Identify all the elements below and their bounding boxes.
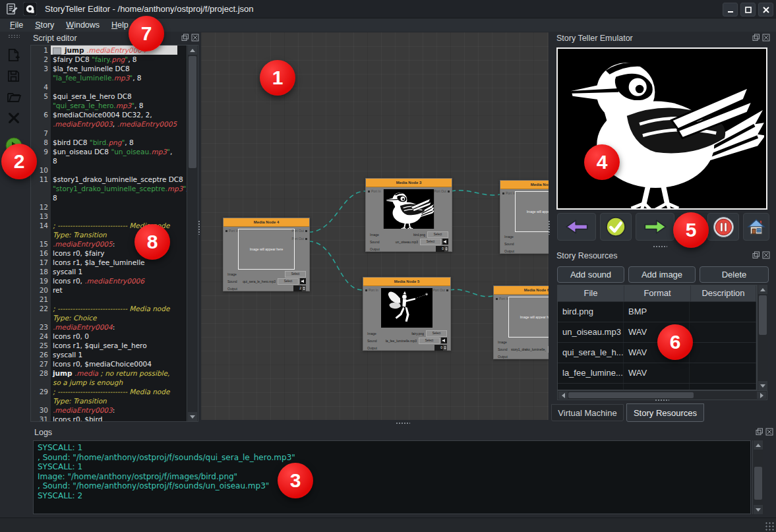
open-folder-button[interactable] (3, 87, 24, 107)
splitter-resources-tabs[interactable] (655, 399, 669, 401)
code-line[interactable]: 30.mediaEntry0003: (31, 405, 177, 415)
code-line[interactable]: 12 (31, 202, 177, 212)
close-button[interactable] (758, 3, 773, 16)
resources-scrollbar[interactable] (757, 285, 768, 390)
add-sound-button[interactable]: Add sound (557, 266, 624, 283)
node-image-select-button[interactable]: Select (427, 231, 448, 238)
node-image-select-button[interactable]: Select (426, 330, 447, 337)
story-graph-canvas[interactable]: Media Node 4Port InPort OutPort OutImage… (201, 32, 549, 420)
float-panel-icon[interactable] (181, 34, 189, 42)
code-line[interactable]: 5$qui_sera_le_hero DC8 "qui_sera_le_hero… (31, 92, 177, 110)
close-panel-icon[interactable] (762, 34, 770, 42)
close-panel-icon[interactable] (191, 34, 199, 42)
port-in[interactable]: Port In (368, 189, 381, 193)
code-line[interactable]: 22; ---------------------------- Media n… (31, 304, 177, 322)
node-title[interactable]: Media Node 2 (500, 181, 549, 189)
script-editor[interactable]: 1jump .mediaEntry00042$fairy DC8 "fairy.… (30, 45, 198, 422)
code-line[interactable]: 7 (31, 129, 177, 138)
close-panel-icon[interactable] (765, 428, 773, 436)
delete-resource-button[interactable]: Delete (700, 266, 769, 283)
code-line[interactable]: 18syscall 1 (31, 267, 177, 276)
column-description[interactable]: Description (691, 285, 756, 301)
close-project-button[interactable] (3, 108, 24, 128)
logs-output[interactable]: SYSCALL: 1, Sound: "/home/anthony/ostpro… (33, 440, 751, 514)
home-button[interactable] (743, 213, 769, 241)
node-title[interactable]: Media Node 5 (363, 278, 450, 286)
speaker-icon[interactable] (441, 338, 447, 343)
tab-story-resources[interactable]: Story Resources (626, 403, 704, 422)
node-output-spinner[interactable]: 0 (436, 246, 448, 252)
code-line[interactable]: 6$mediaChoice0004 DC32, 2, .mediaEntry00… (31, 110, 177, 129)
code-line[interactable]: 13 (31, 212, 177, 221)
code-line[interactable]: 4 (31, 82, 177, 92)
toolbar-drag-handle[interactable] (8, 34, 20, 38)
code-line[interactable]: 28jump .media ; no return possible, so a… (31, 369, 177, 387)
add-image-button[interactable]: Add image (628, 266, 696, 283)
node-sound-select-button[interactable]: Select (548, 346, 549, 353)
splitter-emulator-resources[interactable] (653, 245, 667, 248)
editor-scrollbar[interactable] (187, 45, 198, 421)
splitter-canvas-right[interactable] (548, 220, 551, 235)
code-line[interactable]: 27lcons r0, $mediaChoice0004 (31, 359, 177, 369)
port-in[interactable]: Port In (502, 191, 516, 195)
nav-forward-button[interactable] (636, 213, 674, 241)
scroll-down-icon[interactable] (188, 412, 197, 421)
code-line[interactable]: 19lcons r0, .mediaEntry0006 (31, 276, 177, 285)
resources-table[interactable]: File Format Description bird.pngBMPun_oi… (557, 285, 757, 390)
port-in[interactable]: Port In (496, 297, 509, 301)
table-row[interactable]: bird.pngBMP (558, 302, 756, 322)
code-line[interactable]: 31lcons r0, $bird (31, 415, 177, 422)
table-row[interactable]: la_fee_lumine...WAV (558, 363, 756, 384)
port-in[interactable]: Port In (365, 288, 378, 292)
node-sound-select-button[interactable]: Select (278, 278, 299, 285)
node-title[interactable]: Media Node 3 (366, 179, 452, 187)
code-line[interactable]: 10 (31, 165, 177, 175)
resize-grip[interactable] (765, 521, 774, 531)
code-line[interactable]: 11$story1_drako_luminelle_sceptre DC8 "s… (31, 175, 177, 202)
node-title[interactable]: Media Node 6 (494, 286, 549, 295)
minimize-button[interactable] (723, 3, 738, 16)
new-file-button[interactable] (3, 45, 24, 65)
table-row[interactable]: qui_sera_le_h...WAV (558, 343, 756, 363)
node-sound-select-button[interactable]: Select (419, 338, 440, 344)
media-node[interactable]: Media Node 2Port InPort OutImage will ap… (500, 180, 549, 254)
float-panel-icon[interactable] (756, 428, 763, 436)
column-file[interactable]: File (558, 285, 624, 301)
code-line[interactable]: 21 (31, 295, 177, 304)
node-sound-select-button[interactable]: Select (420, 239, 441, 245)
logs-scrollbar[interactable] (752, 440, 763, 514)
speaker-icon[interactable] (300, 278, 306, 284)
pause-button[interactable] (707, 213, 739, 241)
splitter-canvas-logs[interactable] (396, 422, 410, 425)
save-button[interactable] (3, 66, 24, 86)
node-output-spinner[interactable]: 0 (434, 345, 447, 351)
code-line[interactable]: 29; ---------------------------- Media n… (31, 387, 177, 405)
code-line[interactable]: 8$bird DC8 "bird.png", 8 (31, 138, 177, 147)
code-line[interactable]: 20ret (31, 285, 177, 295)
node-image-select-button[interactable]: Select (285, 271, 306, 278)
close-panel-icon[interactable] (762, 251, 770, 259)
float-panel-icon[interactable] (752, 251, 760, 259)
code-line[interactable]: 2$fairy DC8 "fairy.png", 8 (31, 55, 177, 64)
menu-windows[interactable]: Windows (60, 19, 105, 31)
media-node[interactable]: Media Node 3Port InPort OutImagebird.png… (365, 178, 452, 252)
table-row[interactable]: fairy.pngBMP (558, 384, 756, 390)
port-in[interactable]: Port In (225, 229, 239, 233)
code-line[interactable]: 24lcons r0, 0 (31, 332, 177, 341)
code-line[interactable]: 9$un_oiseau DC8 "un_oiseau.mp3", 8 (31, 147, 177, 165)
media-node[interactable]: Media Node 6Port InPort OutImage will ap… (493, 285, 549, 359)
code-line[interactable]: 25lcons r1, $qui_sera_le_hero (31, 341, 177, 350)
node-title[interactable]: Media Node 4 (224, 218, 309, 227)
code-line[interactable]: 3$la_fee_luminelle DC8 "la_fee_luminelle… (31, 64, 177, 82)
menu-file[interactable]: File (4, 19, 29, 31)
maximize-button[interactable] (740, 3, 756, 16)
node-output-spinner[interactable]: 2 (293, 285, 306, 291)
speaker-icon[interactable] (442, 239, 448, 245)
column-format[interactable]: Format (624, 285, 691, 301)
nav-back-button[interactable] (557, 213, 596, 241)
tab-virtual-machine[interactable]: Virtual Machine (551, 404, 624, 421)
confirm-button[interactable] (600, 213, 632, 241)
splitter-editor-canvas[interactable] (198, 220, 200, 235)
media-node[interactable]: Media Node 5Port InPort OutImagefairy.pn… (363, 277, 451, 351)
float-panel-icon[interactable] (752, 34, 760, 42)
